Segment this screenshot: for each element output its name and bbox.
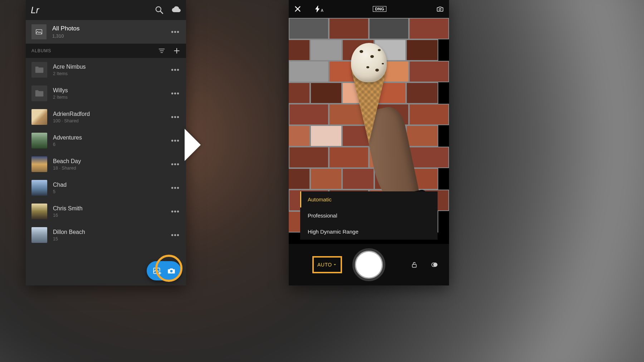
sort-icon[interactable] (158, 47, 165, 54)
album-name: Dillon Beach (53, 229, 170, 235)
all-photos-title: All Photos (52, 25, 170, 32)
floating-action-zone (147, 261, 181, 280)
album-row[interactable]: Willys2 Items••• (26, 82, 186, 105)
album-row[interactable]: Acre Nimbus2 Items••• (26, 58, 186, 82)
switch-camera-icon[interactable] (436, 5, 444, 13)
mode-select-label: AUTO (317, 262, 332, 268)
flash-icon (314, 5, 322, 13)
close-icon[interactable] (294, 5, 302, 13)
all-photos-count: 1,310 (52, 33, 170, 39)
album-meta: 16 (53, 213, 170, 218)
camera-mode-option[interactable]: Automatic (300, 191, 438, 207)
album-more-icon[interactable]: ••• (170, 160, 180, 168)
filter-preset-icon[interactable] (430, 261, 438, 269)
svg-rect-6 (413, 264, 416, 267)
add-album-icon[interactable] (173, 47, 180, 54)
all-photos-row[interactable]: All Photos 1,310 ••• (26, 20, 186, 44)
album-more-icon[interactable]: ••• (170, 231, 180, 239)
album-name: Beach Day (53, 158, 170, 165)
album-more-icon[interactable]: ••• (170, 89, 180, 98)
camera-bottom-bar: AUTO (289, 244, 449, 285)
floating-action-button (147, 261, 181, 280)
folder-icon (31, 85, 47, 101)
album-name: Chris Smith (53, 205, 170, 212)
camera-mode-option[interactable]: High Dynamic Range (300, 224, 438, 240)
album-meta: 2 Items (53, 95, 170, 100)
svg-point-5 (170, 270, 173, 273)
album-row[interactable]: AdrienRadford100 · Shared••• (26, 105, 186, 129)
album-row[interactable]: Dillon Beach15••• (26, 223, 186, 247)
album-row[interactable]: Chris Smith16••• (26, 200, 186, 223)
format-badge[interactable]: DNG (373, 6, 386, 12)
viewfinder-subject-cone (352, 72, 386, 143)
add-photos-icon[interactable] (152, 266, 162, 275)
transition-arrow-icon (185, 129, 201, 161)
camera-mode-option[interactable]: Professional (300, 207, 438, 224)
svg-rect-2 (36, 30, 42, 34)
shutter-button[interactable] (352, 248, 385, 281)
album-name: AdrienRadford (53, 111, 170, 117)
album-meta: 18 · Shared (53, 166, 170, 171)
chevron-down-icon (333, 263, 337, 267)
albums-label: ALBUMS (31, 48, 150, 53)
album-name: Chad (53, 182, 170, 188)
album-thumbnail (31, 156, 47, 172)
phone-camera-view: A DNG AutomaticProfessionalHigh Dynamic … (289, 0, 449, 285)
album-row[interactable]: Chad5••• (26, 176, 186, 200)
album-thumbnail (31, 204, 47, 219)
album-thumbnail (31, 227, 47, 243)
album-meta: 15 (53, 236, 170, 241)
camera-icon (167, 266, 176, 275)
album-more-icon[interactable]: ••• (170, 184, 180, 192)
album-name: Acre Nimbus (53, 64, 170, 70)
albums-header: ALBUMS (26, 44, 186, 58)
mode-select-button[interactable]: AUTO (312, 256, 342, 273)
app-logo: Lr (31, 5, 39, 16)
search-icon[interactable] (155, 5, 164, 15)
album-thumbnail (31, 109, 47, 125)
all-photos-thumb (31, 24, 47, 39)
image-icon (35, 28, 43, 36)
cloud-sync-icon[interactable] (172, 5, 181, 15)
library-header: Lr (26, 0, 186, 20)
album-thumbnail (31, 133, 47, 148)
album-more-icon[interactable]: ••• (170, 113, 180, 121)
open-camera-button[interactable] (165, 265, 177, 277)
camera-mode-menu: AutomaticProfessionalHigh Dynamic Range (300, 191, 438, 240)
folder-icon (31, 62, 47, 78)
album-more-icon[interactable]: ••• (170, 137, 180, 145)
flash-mode-button[interactable]: A (314, 5, 323, 13)
album-name: Adventures (53, 134, 170, 141)
phone-library-view: Lr All Photos 1,310 ••• ALBUMS Acre Nimb… (26, 0, 186, 285)
album-row[interactable]: Beach Day18 · Shared••• (26, 152, 186, 176)
album-more-icon[interactable]: ••• (170, 207, 180, 216)
camera-top-bar: A DNG (289, 0, 449, 18)
album-meta: 100 · Shared (53, 118, 170, 123)
album-meta: 6 (53, 142, 170, 147)
album-meta: 5 (53, 189, 170, 194)
viewfinder-subject-icecream (351, 43, 387, 82)
lock-open-icon[interactable] (410, 261, 418, 269)
album-more-icon[interactable]: ••• (170, 66, 180, 74)
album-name: Willys (53, 87, 170, 94)
all-photos-more-icon[interactable]: ••• (170, 28, 180, 36)
album-row[interactable]: Adventures6••• (26, 129, 186, 152)
album-meta: 2 Items (53, 71, 170, 76)
flash-mode-label: A (321, 9, 323, 13)
svg-point-8 (433, 263, 437, 267)
svg-line-1 (160, 11, 163, 14)
album-thumbnail (31, 180, 47, 196)
